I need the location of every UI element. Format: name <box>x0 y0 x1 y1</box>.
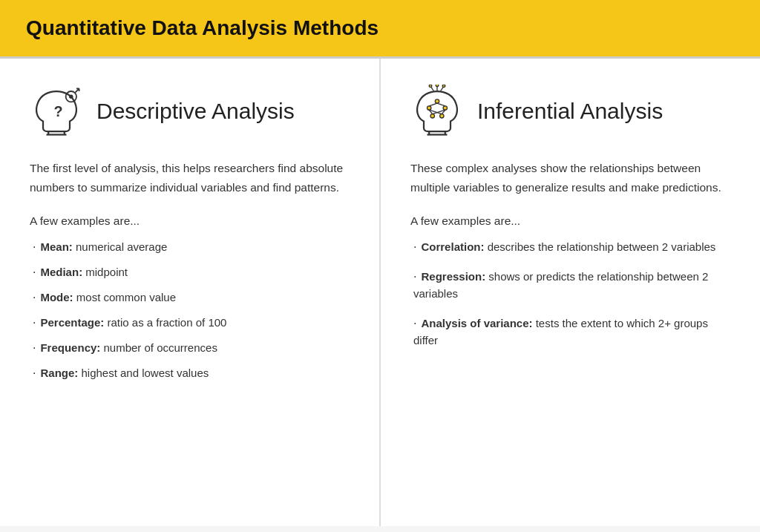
svg-point-13 <box>428 106 431 110</box>
inferential-panel: Inferential Analysis These complex analy… <box>381 59 760 526</box>
descriptive-panel: ? Descriptive Analysis The first level o… <box>0 59 381 526</box>
list-item: ·Analysis of variance: tests the extent … <box>410 315 730 349</box>
list-item: ·Median: midpoint <box>30 263 350 281</box>
inferential-examples-list: ·Correlation: describes the relationship… <box>410 238 730 349</box>
list-item: ·Regression: shows or predicts the relat… <box>410 268 730 303</box>
inferential-title: Inferential Analysis <box>477 99 663 124</box>
svg-point-14 <box>443 106 447 110</box>
list-item: ·Range: highest and lowest values <box>30 364 350 382</box>
svg-point-12 <box>435 99 439 103</box>
descriptive-icon: ? <box>30 85 83 138</box>
svg-point-15 <box>430 114 434 118</box>
inferential-panel-header: Inferential Analysis <box>410 85 730 138</box>
main-content: ? Descriptive Analysis The first level o… <box>0 59 760 526</box>
inferential-icon <box>410 85 464 138</box>
list-item: ·Mean: numerical average <box>30 238 350 256</box>
descriptive-description: The first level of analysis, this helps … <box>30 159 350 197</box>
svg-point-26 <box>436 85 439 87</box>
inferential-examples-intro: A few examples are... <box>410 214 730 228</box>
svg-point-16 <box>440 114 444 118</box>
list-item: ·Correlation: describes the relationship… <box>410 238 730 256</box>
list-item: ·Percentage: ratio as a fraction of 100 <box>30 314 350 332</box>
list-item: ·Frequency: number of occurrences <box>30 339 350 357</box>
svg-point-24 <box>429 85 432 88</box>
list-item: ·Mode: most common value <box>30 289 350 306</box>
descriptive-panel-header: ? Descriptive Analysis <box>30 85 350 138</box>
descriptive-examples-list: ·Mean: numerical average ·Median: midpoi… <box>30 238 350 382</box>
page-header: Quantitative Data Analysis Methods <box>0 0 760 59</box>
svg-point-5 <box>69 95 73 99</box>
page-title: Quantitative Data Analysis Methods <box>26 16 734 40</box>
svg-line-18 <box>437 103 445 106</box>
svg-line-17 <box>429 103 437 106</box>
descriptive-examples-intro: A few examples are... <box>30 214 350 228</box>
svg-point-28 <box>442 85 445 88</box>
inferential-description: These complex analyses show the relation… <box>410 159 730 197</box>
svg-text:?: ? <box>53 103 62 119</box>
descriptive-title: Descriptive Analysis <box>96 99 295 124</box>
